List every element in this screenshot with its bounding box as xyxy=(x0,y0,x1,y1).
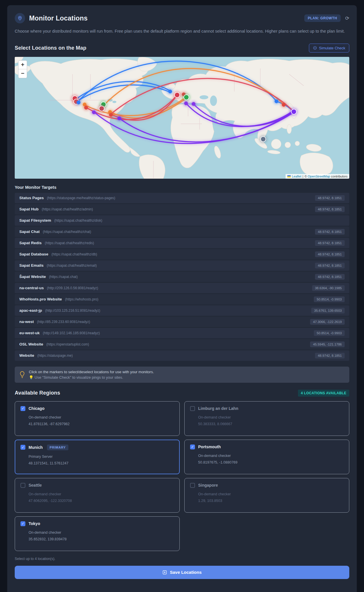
target-name: Sapat Emails xyxy=(19,263,44,268)
header: Monitor Locations PLAN: GROWTH ⟳ xyxy=(15,13,349,23)
region-checkbox[interactable]: ✓ xyxy=(20,406,25,411)
regions-title: Available Regions xyxy=(15,390,60,396)
location-marker[interactable] xyxy=(175,93,179,97)
region-checkbox[interactable] xyxy=(20,483,25,488)
location-marker[interactable] xyxy=(292,109,296,114)
region-subtitle: On-demand checker xyxy=(198,415,344,419)
target-coords-badge: 38.6364, -90.1985 xyxy=(312,285,345,291)
region-checkbox[interactable]: ✓ xyxy=(20,521,25,526)
play-circle-icon xyxy=(313,46,317,50)
target-name: Status Pages xyxy=(19,196,44,200)
target-row[interactable]: Sapat Chat(https://sapat.chat/healthz/ch… xyxy=(15,227,349,237)
target-row[interactable]: Sapat Database(https://sapat.chat/health… xyxy=(15,249,349,259)
location-marker[interactable] xyxy=(92,110,96,114)
ping-arc xyxy=(111,79,293,114)
target-row[interactable]: Sapat Hub(https://sapat.chat/healthz/adm… xyxy=(15,204,349,214)
target-name: WhoHosts.pro Website xyxy=(19,297,62,301)
region-card-singapore[interactable]: SingaporeOn-demand checker1.29, 103.8503 xyxy=(184,478,349,513)
target-coords-badge: 35.6761, 139.6503 xyxy=(311,308,345,313)
leaflet-link[interactable]: Leaflet xyxy=(292,175,301,178)
target-row[interactable]: Sapat Filesystem(https://sapat.chat/heal… xyxy=(15,215,349,226)
region-card-limburg-an-der-lahn[interactable]: Limburg an der LahnOn-demand checker50.3… xyxy=(184,401,349,436)
region-checkbox[interactable]: ✓ xyxy=(190,445,195,449)
target-row[interactable]: Website(https://statuspage.me)48.9742, 8… xyxy=(15,350,349,361)
target-name: na-central-us xyxy=(19,286,44,290)
target-row[interactable]: na-central-us(http://209.126.0.56:8081/r… xyxy=(15,283,349,293)
location-marker[interactable] xyxy=(77,100,80,104)
region-coords: 48.1371541, 11.5761247 xyxy=(29,461,174,465)
target-name: Sapat Redis xyxy=(19,241,42,245)
osm-link[interactable]: OpenStreetMap xyxy=(308,175,330,178)
location-marker[interactable] xyxy=(261,137,265,141)
region-checkbox[interactable] xyxy=(190,406,195,411)
target-url: (https://sapat.chat/healthz/db) xyxy=(52,252,97,256)
target-row[interactable]: na-west(http://85.239.233.60:8081/readyz… xyxy=(15,317,349,327)
region-checkbox[interactable]: ✓ xyxy=(20,445,25,450)
target-row[interactable]: Sapat Redis(https://sapat.chat/healthz/r… xyxy=(15,238,349,248)
target-row[interactable]: Šapat Website(https://sapat.chat)48.9742… xyxy=(15,272,349,282)
region-name: Seattle xyxy=(29,483,42,488)
location-marker[interactable] xyxy=(109,113,113,117)
region-coords: 50.8197675, -1.0880769 xyxy=(198,460,344,464)
target-coords-badge: 48.9742, 8.1851 xyxy=(315,195,345,201)
location-marker[interactable] xyxy=(192,102,196,106)
target-url: (http://209.126.0.56:8081/readyz) xyxy=(47,286,98,290)
region-card-chicago[interactable]: ✓ChicagoOn-demand checker41.8781136, -87… xyxy=(15,401,180,436)
plan-badge: PLAN: GROWTH xyxy=(304,14,341,22)
target-name: Sapat Database xyxy=(19,252,48,256)
target-row[interactable]: Sapat Emails(https://sapat.chat/healthz/… xyxy=(15,260,349,271)
target-coords-badge: 48.9742, 8.1851 xyxy=(315,206,345,212)
region-cards-grid: ✓ChicagoOn-demand checker41.8781136, -87… xyxy=(15,401,349,551)
region-coords: 1.29, 103.8503 xyxy=(198,499,344,503)
world-map[interactable]: + − Leaflet | © OpenStreetMap contributo… xyxy=(15,57,349,179)
target-row[interactable]: eu-west-uk(http://149.102.146.185:8081/r… xyxy=(15,328,349,338)
target-row[interactable]: WhoHosts.pro Website(https://whohosts.pr… xyxy=(15,294,349,305)
region-card-tokyo[interactable]: ✓TokyoOn-demand checker35.652832, 139.83… xyxy=(15,516,180,551)
save-download-icon xyxy=(162,570,167,575)
region-card-seattle[interactable]: SeattleOn-demand checker47.6062095, -122… xyxy=(15,478,180,513)
region-name: Limburg an der Lahn xyxy=(198,406,238,411)
target-coords-badge: 50.8514, -0.9903 xyxy=(314,330,345,336)
monitor-locations-panel: Monitor Locations PLAN: GROWTH ⟳ Choose … xyxy=(7,5,357,592)
location-marker[interactable] xyxy=(100,106,104,111)
location-marker[interactable] xyxy=(184,95,189,100)
location-marker[interactable] xyxy=(282,103,286,107)
region-subtitle: On-demand checker xyxy=(198,454,344,458)
location-marker[interactable] xyxy=(84,106,88,109)
map-overlay xyxy=(15,57,349,179)
save-locations-button[interactable]: Save Locations xyxy=(15,566,349,579)
target-url: (https://sapat.chat/healthz/chat) xyxy=(43,230,91,234)
region-checkbox[interactable] xyxy=(190,483,195,488)
target-url: (http://103.125.216.51:8081/readyz) xyxy=(45,309,100,313)
region-card-portsmouth[interactable]: ✓PortsmouthOn-demand checker50.8197675, … xyxy=(184,440,349,474)
simulate-check-button[interactable]: Simulate Check xyxy=(309,44,349,53)
location-marker[interactable] xyxy=(275,99,278,103)
region-subtitle: Primary Server xyxy=(29,455,174,459)
target-name: Šapat Website xyxy=(19,274,46,279)
location-marker[interactable] xyxy=(168,89,172,93)
target-coords-badge: 47.3066, -122.2619 xyxy=(310,319,345,325)
target-row[interactable]: apac-east-jp(http://103.125.216.51:8081/… xyxy=(15,305,349,316)
target-row[interactable]: OSL Website(https://openstartuplist.com)… xyxy=(15,339,349,350)
target-name: OSL Website xyxy=(19,342,43,346)
target-coords-badge: 50.8514, -0.9903 xyxy=(314,296,345,302)
target-coords-badge: 48.9742, 8.1851 xyxy=(315,274,345,280)
monitor-targets-list: Status Pages(https://statuspage.me/healt… xyxy=(15,193,349,361)
region-card-munich[interactable]: ✓MunichPRIMARYPrimary Server48.1371541, … xyxy=(15,440,180,474)
target-row[interactable]: Status Pages(https://statuspage.me/healt… xyxy=(15,193,349,203)
target-name: Sapat Hub xyxy=(19,207,39,211)
region-coords: 35.652832, 139.839478 xyxy=(29,537,174,541)
tip-box: Click on the markers to select/deselect … xyxy=(15,367,349,383)
region-subtitle: On-demand checker xyxy=(29,492,174,496)
target-name: na-west xyxy=(19,320,34,324)
location-marker[interactable] xyxy=(117,116,121,120)
zoom-in-button[interactable]: + xyxy=(18,61,27,69)
location-marker[interactable] xyxy=(184,101,188,105)
region-coords: 47.6062095, -122.3320708 xyxy=(29,499,174,503)
target-url: (https://openstartuplist.com) xyxy=(46,342,89,346)
ukraine-flag-icon xyxy=(287,175,291,178)
zoom-out-button[interactable]: − xyxy=(18,69,27,78)
target-url: (https://sapat.chat/healthz/disk) xyxy=(54,219,102,223)
target-name: apac-east-jp xyxy=(19,308,42,313)
refresh-icon[interactable]: ⟳ xyxy=(345,15,349,21)
